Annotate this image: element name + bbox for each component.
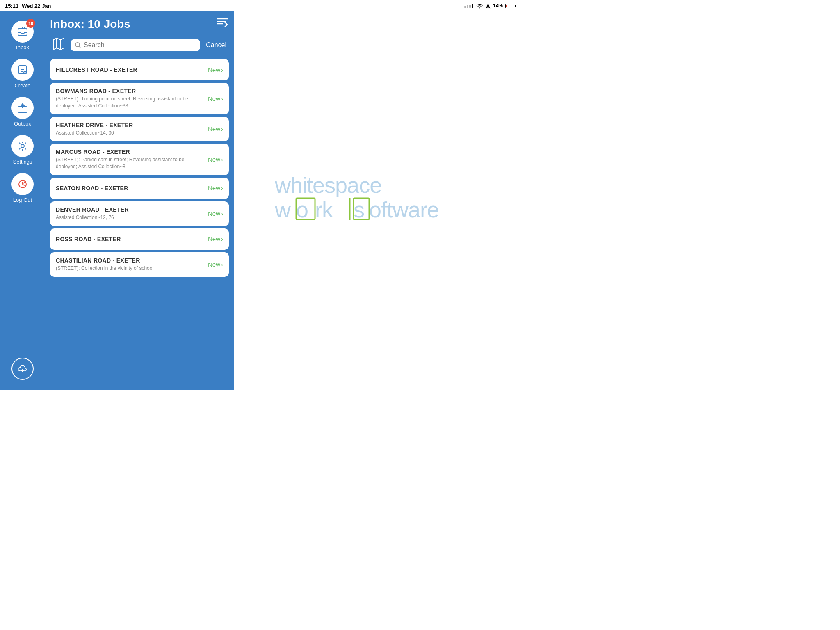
status-bar: 15:11 Wed 22 Jan 14%: [0, 0, 521, 11]
cancel-button[interactable]: Cancel: [203, 40, 229, 50]
job-status: New ›: [208, 95, 223, 102]
job-title: BOWMANS ROAD - EXETER: [56, 88, 204, 94]
job-subtitle: (STREET): Collection in the vicinity of …: [56, 265, 204, 272]
location-icon: [486, 3, 491, 9]
job-status: New ›: [208, 261, 223, 268]
svg-text:s: s: [354, 197, 364, 222]
job-subtitle: (STREET): Parked cars in street; Reversi…: [56, 156, 204, 170]
job-title: HEATHER DRIVE - EXETER: [56, 122, 204, 128]
job-item[interactable]: BOWMANS ROAD - EXETER (STREET): Turning …: [50, 83, 229, 114]
svg-text:w: w: [275, 197, 291, 222]
sidebar-item-inbox[interactable]: 10 Inbox: [0, 16, 45, 55]
job-title: MARCUS ROAD - EXETER: [56, 148, 204, 155]
map-icon-button[interactable]: [50, 36, 67, 54]
sidebar-item-outbox[interactable]: Outbox: [0, 93, 45, 131]
wifi-icon: [476, 3, 483, 9]
job-status: New ›: [208, 126, 223, 132]
job-title: DENVER ROAD - EXETER: [56, 206, 204, 213]
whitespace-logo: whitespace w o rk s oftware: [275, 168, 480, 234]
sidebar-item-create-label: Create: [14, 82, 30, 89]
inbox-title: Inbox: 10 Jobs: [50, 18, 130, 31]
job-title: ROSS ROAD - EXETER: [56, 236, 204, 242]
job-title: CHASTILIAN ROAD - EXETER: [56, 257, 204, 264]
job-subtitle: Assisted Collection~14, 30: [56, 130, 204, 137]
job-title: HILLCREST ROAD - EXETER: [56, 66, 204, 73]
inbox-panel: Inbox: 10 Jobs: [45, 11, 234, 390]
job-list: HILLCREST ROAD - EXETER New › BOWMANS RO…: [50, 59, 229, 390]
logo: whitespace w o rk s oftware: [275, 168, 480, 234]
sidebar-item-logout-label: Log Out: [13, 197, 32, 203]
sidebar-item-settings-label: Settings: [13, 159, 32, 165]
svg-line-22: [79, 46, 81, 48]
svg-point-11: [21, 144, 24, 148]
sidebar-item-inbox-label: Inbox: [16, 44, 29, 50]
job-subtitle: Assisted Collection~12, 76: [56, 214, 204, 221]
search-input[interactable]: [84, 41, 196, 49]
job-status: New ›: [208, 66, 223, 73]
job-title: SEATON ROAD - EXETER: [56, 185, 204, 192]
sidebar-item-cloudsync[interactable]: [0, 354, 45, 386]
sidebar-item-create[interactable]: Create: [0, 55, 45, 93]
search-icon: [75, 42, 81, 48]
right-panel: whitespace w o rk s oftware: [234, 11, 521, 390]
job-item[interactable]: CHASTILIAN ROAD - EXETER (STREET): Colle…: [50, 252, 229, 277]
status-time: 15:11: [5, 3, 18, 9]
job-status: New ›: [208, 185, 223, 192]
svg-text:rk: rk: [315, 197, 333, 222]
job-status: New ›: [208, 235, 223, 242]
inbox-badge: 10: [26, 19, 35, 28]
sort-button[interactable]: [217, 17, 229, 31]
job-subtitle: (STREET): Turning point on street; Rever…: [56, 96, 204, 110]
svg-text:whitespace: whitespace: [275, 173, 381, 197]
job-item[interactable]: HEATHER DRIVE - EXETER Assisted Collecti…: [50, 117, 229, 142]
job-item[interactable]: DENVER ROAD - EXETER Assisted Collection…: [50, 201, 229, 226]
svg-marker-18: [53, 38, 64, 50]
svg-marker-0: [486, 3, 491, 9]
job-status: New ›: [208, 156, 223, 163]
sidebar-item-logout[interactable]: Log Out: [0, 169, 45, 207]
battery-icon: [505, 4, 516, 8]
job-item[interactable]: HILLCREST ROAD - EXETER New ›: [50, 59, 229, 80]
svg-text:oftware: oftware: [369, 197, 439, 222]
sidebar-item-outbox-label: Outbox: [14, 121, 31, 127]
job-item[interactable]: SEATON ROAD - EXETER New ›: [50, 178, 229, 199]
search-input-wrap: [71, 39, 200, 51]
svg-text:o: o: [296, 197, 308, 222]
search-row: Cancel: [50, 36, 229, 54]
job-item[interactable]: MARCUS ROAD - EXETER (STREET): Parked ca…: [50, 144, 229, 175]
inbox-header: Inbox: 10 Jobs: [50, 17, 229, 31]
signal-icon: [464, 4, 473, 8]
battery-percent: 14%: [493, 3, 503, 9]
job-status: New ›: [208, 210, 223, 217]
status-date: Wed 22 Jan: [22, 3, 51, 9]
sidebar-nav: 10 Inbox Create: [0, 11, 45, 390]
sidebar-item-settings[interactable]: Settings: [0, 131, 45, 169]
job-item[interactable]: ROSS ROAD - EXETER New ›: [50, 228, 229, 250]
